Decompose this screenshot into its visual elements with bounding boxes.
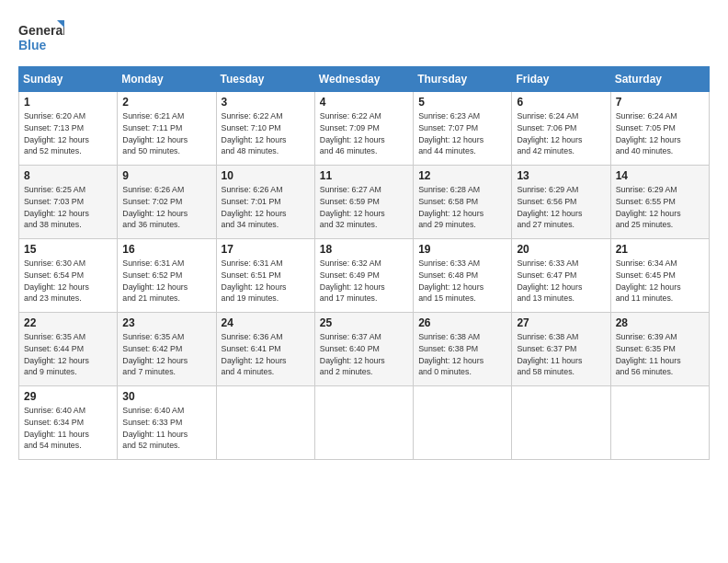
day-cell-19: 19Sunrise: 6:33 AM Sunset: 6:48 PM Dayli…	[414, 239, 512, 313]
day-number: 16	[122, 243, 210, 256]
day-info: Sunrise: 6:38 AM Sunset: 6:37 PM Dayligh…	[517, 331, 605, 378]
day-info: Sunrise: 6:39 AM Sunset: 6:35 PM Dayligh…	[616, 331, 704, 378]
day-number: 3	[222, 96, 310, 109]
calendar-table: SundayMondayTuesdayWednesdayThursdayFrid…	[18, 66, 710, 460]
day-number: 1	[24, 96, 112, 109]
day-info: Sunrise: 6:38 AM Sunset: 6:38 PM Dayligh…	[418, 331, 506, 378]
day-number: 25	[320, 316, 408, 329]
day-cell-18: 18Sunrise: 6:32 AM Sunset: 6:49 PM Dayli…	[314, 239, 413, 313]
day-number: 20	[517, 243, 605, 256]
day-info: Sunrise: 6:31 AM Sunset: 6:51 PM Dayligh…	[222, 258, 310, 304]
logo: General Blue	[18, 18, 64, 55]
day-cell-7: 7Sunrise: 6:24 AM Sunset: 7:05 PM Daylig…	[610, 92, 709, 166]
day-cell-4: 4Sunrise: 6:22 AM Sunset: 7:09 PM Daylig…	[314, 92, 413, 166]
day-number: 5	[418, 96, 506, 109]
day-cell-14: 14Sunrise: 6:29 AM Sunset: 6:55 PM Dayli…	[610, 166, 709, 239]
day-info: Sunrise: 6:33 AM Sunset: 6:47 PM Dayligh…	[517, 258, 605, 304]
day-cell-3: 3Sunrise: 6:22 AM Sunset: 7:10 PM Daylig…	[216, 92, 314, 166]
day-number: 18	[320, 243, 408, 256]
day-cell-10: 10Sunrise: 6:26 AM Sunset: 7:01 PM Dayli…	[216, 166, 314, 239]
day-cell-27: 27Sunrise: 6:38 AM Sunset: 6:37 PM Dayli…	[512, 313, 610, 386]
empty-cell	[414, 386, 512, 460]
week-row-5: 29Sunrise: 6:40 AM Sunset: 6:34 PM Dayli…	[19, 386, 710, 460]
day-cell-13: 13Sunrise: 6:29 AM Sunset: 6:56 PM Dayli…	[512, 166, 610, 239]
day-info: Sunrise: 6:36 AM Sunset: 6:41 PM Dayligh…	[222, 331, 310, 378]
day-number: 2	[122, 96, 210, 109]
empty-cell	[610, 386, 709, 460]
day-cell-29: 29Sunrise: 6:40 AM Sunset: 6:34 PM Dayli…	[19, 386, 118, 460]
svg-text:General: General	[18, 23, 64, 38]
day-cell-15: 15Sunrise: 6:30 AM Sunset: 6:54 PM Dayli…	[19, 239, 118, 313]
day-cell-12: 12Sunrise: 6:28 AM Sunset: 6:58 PM Dayli…	[414, 166, 512, 239]
day-info: Sunrise: 6:40 AM Sunset: 6:33 PM Dayligh…	[122, 405, 210, 452]
day-number: 23	[122, 316, 210, 329]
day-number: 29	[24, 390, 112, 403]
day-number: 17	[222, 243, 310, 256]
day-number: 12	[418, 169, 506, 182]
day-info: Sunrise: 6:35 AM Sunset: 6:44 PM Dayligh…	[24, 331, 112, 378]
day-cell-28: 28Sunrise: 6:39 AM Sunset: 6:35 PM Dayli…	[610, 313, 709, 386]
column-header-friday: Friday	[512, 67, 610, 92]
week-row-1: 1Sunrise: 6:20 AM Sunset: 7:13 PM Daylig…	[19, 92, 710, 166]
day-number: 30	[122, 390, 210, 403]
day-info: Sunrise: 6:22 AM Sunset: 7:10 PM Dayligh…	[222, 110, 310, 157]
day-cell-26: 26Sunrise: 6:38 AM Sunset: 6:38 PM Dayli…	[414, 313, 512, 386]
day-info: Sunrise: 6:23 AM Sunset: 7:07 PM Dayligh…	[418, 110, 506, 157]
day-info: Sunrise: 6:31 AM Sunset: 6:52 PM Dayligh…	[122, 258, 210, 304]
day-info: Sunrise: 6:35 AM Sunset: 6:42 PM Dayligh…	[122, 331, 210, 378]
day-cell-24: 24Sunrise: 6:36 AM Sunset: 6:41 PM Dayli…	[216, 313, 314, 386]
day-cell-25: 25Sunrise: 6:37 AM Sunset: 6:40 PM Dayli…	[314, 313, 413, 386]
empty-cell	[512, 386, 610, 460]
day-info: Sunrise: 6:34 AM Sunset: 6:45 PM Dayligh…	[616, 258, 704, 304]
day-cell-2: 2Sunrise: 6:21 AM Sunset: 7:11 PM Daylig…	[118, 92, 216, 166]
column-header-thursday: Thursday	[414, 67, 512, 92]
column-header-tuesday: Tuesday	[216, 67, 314, 92]
day-info: Sunrise: 6:30 AM Sunset: 6:54 PM Dayligh…	[24, 258, 112, 304]
day-number: 10	[222, 169, 310, 182]
day-cell-21: 21Sunrise: 6:34 AM Sunset: 6:45 PM Dayli…	[610, 239, 709, 313]
day-cell-20: 20Sunrise: 6:33 AM Sunset: 6:47 PM Dayli…	[512, 239, 610, 313]
week-row-3: 15Sunrise: 6:30 AM Sunset: 6:54 PM Dayli…	[19, 239, 710, 313]
day-cell-5: 5Sunrise: 6:23 AM Sunset: 7:07 PM Daylig…	[414, 92, 512, 166]
day-number: 4	[320, 96, 408, 109]
day-cell-23: 23Sunrise: 6:35 AM Sunset: 6:42 PM Dayli…	[118, 313, 216, 386]
day-info: Sunrise: 6:20 AM Sunset: 7:13 PM Dayligh…	[24, 110, 112, 157]
day-cell-30: 30Sunrise: 6:40 AM Sunset: 6:33 PM Dayli…	[118, 386, 216, 460]
day-cell-6: 6Sunrise: 6:24 AM Sunset: 7:06 PM Daylig…	[512, 92, 610, 166]
day-info: Sunrise: 6:29 AM Sunset: 6:56 PM Dayligh…	[517, 184, 605, 231]
day-info: Sunrise: 6:24 AM Sunset: 7:06 PM Dayligh…	[517, 110, 605, 157]
day-info: Sunrise: 6:25 AM Sunset: 7:03 PM Dayligh…	[24, 184, 112, 231]
day-info: Sunrise: 6:40 AM Sunset: 6:34 PM Dayligh…	[24, 405, 112, 452]
calendar-page: General Blue SundayMondayTuesdayWednesda…	[0, 0, 728, 563]
day-number: 11	[320, 169, 408, 182]
day-cell-1: 1Sunrise: 6:20 AM Sunset: 7:13 PM Daylig…	[19, 92, 118, 166]
day-info: Sunrise: 6:24 AM Sunset: 7:05 PM Dayligh…	[616, 110, 704, 157]
day-number: 7	[616, 96, 704, 109]
day-number: 24	[222, 316, 310, 329]
week-row-4: 22Sunrise: 6:35 AM Sunset: 6:44 PM Dayli…	[19, 313, 710, 386]
column-header-saturday: Saturday	[610, 67, 709, 92]
day-cell-16: 16Sunrise: 6:31 AM Sunset: 6:52 PM Dayli…	[118, 239, 216, 313]
day-cell-8: 8Sunrise: 6:25 AM Sunset: 7:03 PM Daylig…	[19, 166, 118, 239]
day-number: 14	[616, 169, 704, 182]
svg-text:Blue: Blue	[18, 38, 47, 52]
day-number: 22	[24, 316, 112, 329]
day-info: Sunrise: 6:29 AM Sunset: 6:55 PM Dayligh…	[616, 184, 704, 231]
day-number: 28	[616, 316, 704, 329]
day-info: Sunrise: 6:21 AM Sunset: 7:11 PM Dayligh…	[122, 110, 210, 157]
day-number: 13	[517, 169, 605, 182]
day-number: 26	[418, 316, 506, 329]
day-cell-22: 22Sunrise: 6:35 AM Sunset: 6:44 PM Dayli…	[19, 313, 118, 386]
day-info: Sunrise: 6:37 AM Sunset: 6:40 PM Dayligh…	[320, 331, 408, 378]
day-info: Sunrise: 6:33 AM Sunset: 6:48 PM Dayligh…	[418, 258, 506, 304]
empty-cell	[314, 386, 413, 460]
day-info: Sunrise: 6:26 AM Sunset: 7:02 PM Dayligh…	[122, 184, 210, 231]
logo-svg: General Blue	[18, 18, 64, 55]
week-row-2: 8Sunrise: 6:25 AM Sunset: 7:03 PM Daylig…	[19, 166, 710, 239]
day-number: 15	[24, 243, 112, 256]
day-info: Sunrise: 6:28 AM Sunset: 6:58 PM Dayligh…	[418, 184, 506, 231]
column-header-sunday: Sunday	[19, 67, 118, 92]
day-info: Sunrise: 6:27 AM Sunset: 6:59 PM Dayligh…	[320, 184, 408, 231]
column-header-monday: Monday	[118, 67, 216, 92]
day-cell-9: 9Sunrise: 6:26 AM Sunset: 7:02 PM Daylig…	[118, 166, 216, 239]
